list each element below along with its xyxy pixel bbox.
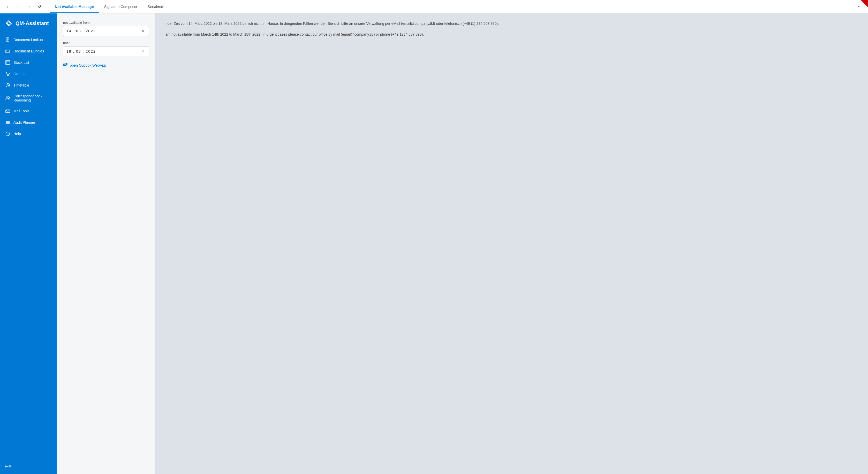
open-outlook-webapp-link[interactable]: open Outlook WebApp [63, 63, 149, 68]
svg-rect-5 [6, 61, 10, 65]
form-panel: not available from: ✕ until: ✕ [57, 13, 155, 474]
until-label: until: [63, 41, 149, 45]
back-button[interactable]: ← [14, 3, 23, 11]
collapse-icon: ⇤≡ [5, 464, 11, 469]
svg-rect-4 [6, 50, 9, 53]
until-group: until: ✕ [63, 41, 149, 56]
tab-signature-composer[interactable]: Signature Composer [99, 0, 143, 13]
not-available-from-label: not available from: [63, 21, 149, 25]
top-bar: ⌂ ← → ↺ Not Available Message Signature … [0, 0, 868, 13]
sidebar: QM-Assistant Document Lookup [0, 13, 57, 474]
help-icon: ? [5, 131, 10, 136]
tab-serialmail[interactable]: Serialmail [143, 0, 168, 13]
sidebar-item-help[interactable]: ? Help [0, 128, 57, 139]
sidebar-item-document-bundles[interactable]: Document Bundles [0, 45, 57, 57]
not-available-from-input-wrap: ✕ [63, 26, 149, 36]
svg-point-15 [8, 97, 9, 98]
sidebar-item-document-lookup[interactable]: Document Lookup [0, 34, 57, 45]
forward-button[interactable]: → [25, 3, 33, 11]
sidebar-item-timetable-label: Timetable [13, 83, 29, 87]
sidebar-item-help-label: Help [13, 132, 21, 136]
sidebar-item-correspondence-reasoning[interactable]: Correspondence / Reasoning [0, 91, 57, 105]
tabs-container: Not Available Message Signature Composer… [50, 0, 169, 13]
svg-line-13 [8, 85, 9, 86]
sidebar-item-document-bundles-label: Document Bundles [13, 49, 44, 53]
content-area: not available from: ✕ until: ✕ [57, 13, 868, 474]
outlook-icon [63, 63, 68, 68]
svg-text:?: ? [7, 133, 8, 135]
app-title: QM-Assistant [16, 21, 49, 26]
document-lookup-icon [5, 37, 10, 42]
timetable-icon [5, 83, 10, 88]
sidebar-item-audit-planner[interactable]: Audit Planner [0, 117, 57, 128]
until-input-wrap: ✕ [63, 46, 149, 56]
sidebar-item-timetable[interactable]: Timetable [0, 79, 57, 91]
preview-panel: In der Zeit vom 14. März 2022 bis 18. Mä… [155, 13, 868, 474]
sidebar-item-audit-planner-label: Audit Planner [13, 121, 35, 125]
stock-list-icon [5, 60, 10, 65]
sidebar-item-stock-list[interactable]: Stock List [0, 57, 57, 68]
svg-point-9 [7, 75, 7, 76]
not-available-from-input[interactable] [66, 29, 138, 33]
svg-point-10 [8, 75, 9, 76]
sidebar-item-orders-label: Orders [13, 72, 25, 76]
diamond-icon [5, 20, 12, 27]
sidebar-item-mail-tools[interactable]: Mail Tools [0, 105, 57, 117]
more-options-button[interactable]: ··· [856, 3, 864, 11]
sidebar-item-document-lookup-label: Document Lookup [13, 38, 43, 42]
sidebar-item-mail-tools-label: Mail Tools [13, 109, 29, 113]
not-available-from-clear-button[interactable]: ✕ [141, 28, 146, 34]
audit-planner-icon [5, 120, 10, 125]
sidebar-footer: ⇤≡ [0, 459, 57, 474]
refresh-button[interactable]: ↺ [35, 3, 43, 11]
svg-rect-23 [66, 63, 67, 65]
sidebar-item-orders[interactable]: Orders [0, 68, 57, 79]
nav-icons: ⌂ ← → ↺ [4, 3, 43, 11]
top-bar-more: ··· [856, 3, 864, 11]
correspondence-icon [5, 96, 10, 101]
collapse-sidebar-button[interactable]: ⇤≡ [5, 463, 11, 470]
outlook-link-label: open Outlook WebApp [70, 63, 106, 67]
preview-text-german: In der Zeit vom 14. März 2022 bis 18. Mä… [163, 21, 860, 26]
tab-not-available[interactable]: Not Available Message [50, 0, 99, 13]
svg-point-14 [6, 97, 8, 98]
mail-tools-icon [5, 108, 10, 114]
until-input[interactable] [66, 49, 138, 54]
sidebar-item-stock-list-label: Stock List [13, 61, 29, 65]
sidebar-logo: QM-Assistant [0, 13, 57, 32]
sidebar-nav: Document Lookup Document Bundles [0, 32, 57, 459]
preview-text-english: I am not available from March 14th 2022 … [163, 32, 860, 37]
until-clear-button[interactable]: ✕ [141, 49, 146, 54]
home-button[interactable]: ⌂ [4, 3, 12, 11]
sidebar-item-correspondence-label: Correspondence / Reasoning [13, 94, 52, 102]
document-bundles-icon [5, 48, 10, 54]
main-layout: QM-Assistant Document Lookup [0, 13, 868, 474]
orders-icon [5, 71, 10, 76]
not-available-from-group: not available from: ✕ [63, 21, 149, 36]
